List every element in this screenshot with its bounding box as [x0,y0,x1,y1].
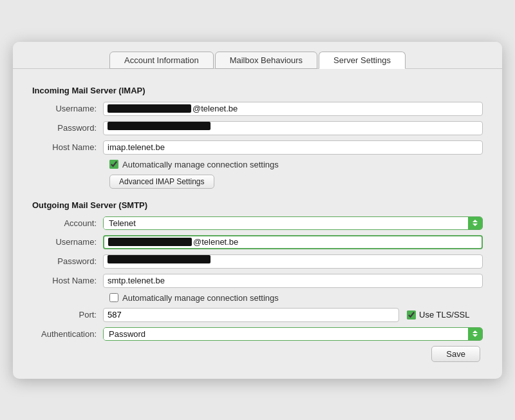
content-area: Incoming Mail Server (IMAP) Username: @t… [13,81,502,368]
incoming-hostname-label: Host Name: [32,142,103,152]
outgoing-username-suffix: @telenet.be [193,237,238,247]
chevron-updown-icon [472,219,478,227]
redacted-password-smtp [108,255,211,263]
outgoing-auth-label: Authentication: [32,329,103,339]
chevron-updown-icon-auth [472,330,478,338]
tab-server-settings[interactable]: Server Settings [319,52,406,69]
outgoing-password-label: Password: [32,256,103,266]
tab-account-information[interactable]: Account Information [109,52,214,69]
outgoing-auth-arrow[interactable] [468,328,482,340]
outgoing-account-field: Telenet [103,216,483,230]
save-row: Save [32,346,483,362]
outgoing-password-input[interactable] [103,254,483,269]
incoming-username-field: @telenet.be [103,102,483,116]
incoming-password-input[interactable] [103,121,483,135]
incoming-hostname-input[interactable] [103,140,483,155]
incoming-password-field [103,121,483,135]
incoming-hostname-row: Host Name: [32,140,483,155]
outgoing-username-label: Username: [32,237,103,247]
tls-check-row: Use TLS/SSL [407,310,470,320]
outgoing-auth-row: Authentication: Password [32,327,483,341]
outgoing-password-row: Password: [32,254,483,269]
incoming-auto-manage-label: Automatically manage connection settings [122,160,279,169]
outgoing-password-field [103,254,483,269]
outgoing-account-arrow[interactable] [468,217,482,229]
incoming-hostname-field [103,140,483,155]
outgoing-auto-manage-row: Automatically manage connection settings [32,293,483,303]
tls-label: Use TLS/SSL [419,310,470,320]
outgoing-username-input[interactable]: @telenet.be [103,235,483,249]
incoming-auto-manage-checkbox[interactable] [109,160,118,169]
outgoing-auth-field: Password [103,327,483,341]
outgoing-account-value: Telenet [104,217,468,229]
incoming-username-suffix: @telenet.be [192,104,238,113]
outgoing-hostname-label: Host Name: [32,276,103,285]
outgoing-account-dropdown[interactable]: Telenet [103,216,483,230]
outgoing-username-row: Username: @telenet.be [32,235,483,249]
outgoing-port-label: Port: [32,310,103,320]
tls-checkbox[interactable] [407,310,416,320]
outgoing-hostname-field [103,274,483,288]
tab-bar: Account Information Mailbox Behaviours S… [13,42,502,69]
incoming-username-label: Username: [32,104,103,113]
redacted-username-imap [108,104,191,113]
outgoing-auth-value: Password [104,328,468,340]
incoming-auto-manage-row: Automatically manage connection settings [32,160,483,169]
settings-window: Account Information Mailbox Behaviours S… [13,42,502,379]
incoming-username-row: Username: @telenet.be [32,102,483,116]
redacted-password-imap [108,122,211,130]
outgoing-username-field: @telenet.be [103,235,483,249]
incoming-username-input[interactable]: @telenet.be [103,102,483,116]
redacted-username-smtp [108,238,192,246]
advanced-imap-button[interactable]: Advanced IMAP Settings [109,175,214,189]
outgoing-auto-manage-checkbox[interactable] [109,293,118,302]
tab-mailbox-behaviours[interactable]: Mailbox Behaviours [215,52,317,69]
outgoing-port-row: Port: Use TLS/SSL [32,308,483,322]
port-and-tls: Use TLS/SSL [103,308,483,322]
save-button[interactable]: Save [431,346,480,362]
outgoing-section-title: Outgoing Mail Server (SMTP) [32,200,483,210]
outgoing-account-row: Account: Telenet [32,216,483,230]
outgoing-account-label: Account: [32,218,103,228]
outgoing-port-input[interactable] [103,308,399,322]
incoming-password-label: Password: [32,123,103,133]
incoming-password-row: Password: [32,121,483,135]
outgoing-auto-manage-label: Automatically manage connection settings [122,293,279,303]
outgoing-auth-dropdown[interactable]: Password [103,327,483,341]
incoming-section-title: Incoming Mail Server (IMAP) [32,86,483,95]
outgoing-hostname-row: Host Name: [32,274,483,288]
outgoing-hostname-input[interactable] [103,274,483,288]
